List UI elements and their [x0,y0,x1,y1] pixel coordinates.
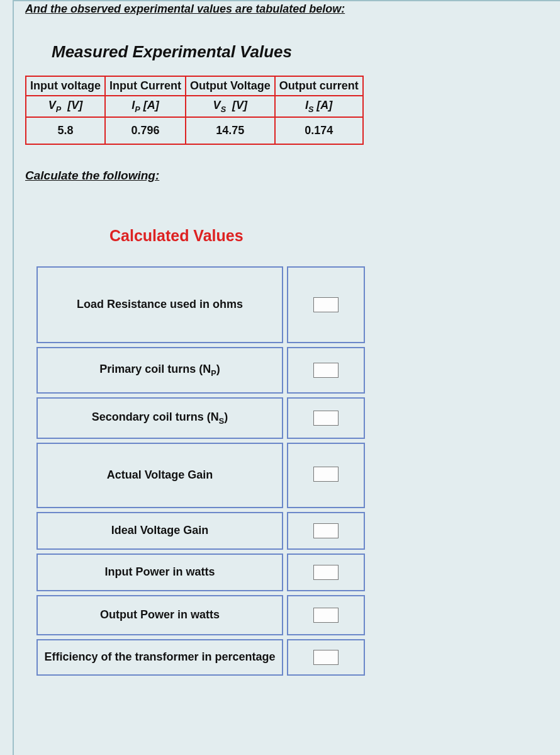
col-header: Output current [275,76,363,96]
table-header-row: Input voltage Input Current Output Volta… [26,76,363,96]
calc-input-cell [287,266,365,343]
calculated-values-title: Calculated Values [109,227,549,245]
calc-label: Output Power in watts [36,595,283,635]
calc-input-cell [287,512,365,550]
actual-voltage-gain-input[interactable] [313,467,339,482]
efficiency-input[interactable] [313,650,339,665]
col-subheader: IP [A] [105,96,186,117]
col-subheader: VS [V] [186,96,275,117]
table-subheader-row: VP [V] IP [A] VS [V] IS [A] [26,96,363,117]
calc-label: Load Resistance used in ohms [36,266,283,343]
table-cell: 0.796 [105,117,186,144]
table-row: Secondary coil turns (NS) [36,397,365,439]
calc-label: Primary coil turns (NP) [36,347,283,394]
calc-label: Input Power in watts [36,553,283,591]
table-cell: 0.174 [275,117,363,144]
input-power-input[interactable] [313,565,339,580]
col-subheader: VP [V] [26,96,105,117]
calc-input-cell [287,639,365,676]
ideal-voltage-gain-input[interactable] [313,523,339,538]
table-row: Load Resistance used in ohms [36,266,365,343]
table-row: Input Power in watts [36,553,365,591]
table-cell: 14.75 [186,117,275,144]
calc-label: Ideal Voltage Gain [36,512,283,550]
primary-turns-input[interactable] [313,363,339,378]
col-subheader: IS [A] [275,96,363,117]
col-header: Input Current [105,76,186,96]
intro-text: And the observed experimental values are… [25,1,549,16]
table-cell: 5.8 [26,117,105,144]
calc-label: Efficiency of the transformer in percent… [36,639,283,676]
calc-input-cell [287,553,365,591]
calc-input-cell [287,443,365,508]
calc-label: Actual Voltage Gain [36,443,283,508]
calc-input-cell [287,347,365,394]
calc-input-cell [287,397,365,439]
table-row: Ideal Voltage Gain [36,512,365,550]
table-row: 5.8 0.796 14.75 0.174 [26,117,363,144]
calc-input-cell [287,595,365,635]
calc-label: Secondary coil turns (NS) [36,397,283,439]
table-row: Primary coil turns (NP) [36,347,365,394]
table-row: Actual Voltage Gain [36,443,365,508]
load-resistance-input[interactable] [313,297,339,312]
secondary-turns-input[interactable] [313,411,339,426]
measured-values-table: Input voltage Input Current Output Volta… [25,76,364,145]
measured-values-title: Measured Experimental Values [52,42,549,62]
col-header: Output Voltage [186,76,275,96]
table-row: Efficiency of the transformer in percent… [36,639,365,676]
calculated-values-table: Load Resistance used in ohms Primary coi… [33,263,369,679]
calculate-heading: Calculate the following: [25,169,549,183]
table-row: Output Power in watts [36,595,365,635]
col-header: Input voltage [26,76,105,96]
output-power-input[interactable] [313,608,339,623]
